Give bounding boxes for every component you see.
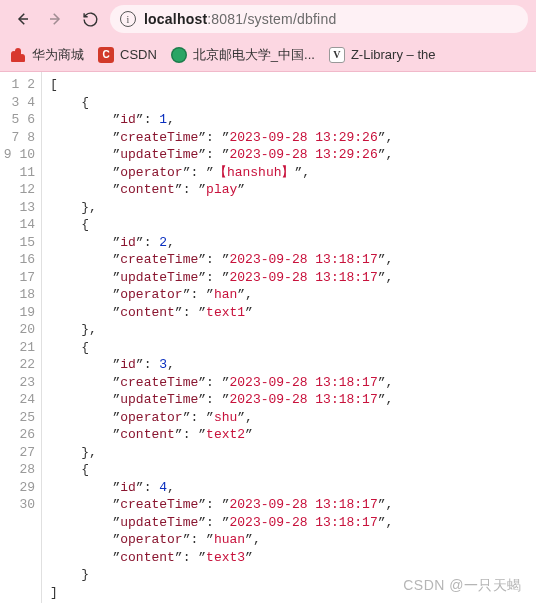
bookmark-zlibrary[interactable]: V Z-Library – the (329, 47, 436, 63)
bookmark-label: 华为商城 (32, 46, 84, 64)
csdn-icon: C (98, 47, 114, 63)
bookmark-bupt[interactable]: 北京邮电大学_中国... (171, 46, 315, 64)
bookmark-label: 北京邮电大学_中国... (193, 46, 315, 64)
page-content: 1 2 3 4 5 6 7 8 9 10 11 12 13 14 15 16 1… (0, 72, 536, 603)
url-port: :8081 (207, 11, 243, 27)
browser-toolbar: i localhost:8081/system/dbfind (0, 0, 536, 38)
site-info-icon[interactable]: i (120, 11, 136, 27)
bookmark-csdn[interactable]: C CSDN (98, 47, 157, 63)
bupt-icon (171, 47, 187, 63)
url-text: localhost:8081/system/dbfind (144, 11, 336, 27)
bookmark-label: CSDN (120, 47, 157, 62)
url-path: /system/dbfind (243, 11, 336, 27)
forward-button[interactable] (42, 5, 70, 33)
zlibrary-icon: V (329, 47, 345, 63)
bookmark-huawei[interactable]: 华为商城 (10, 46, 84, 64)
json-viewer[interactable]: [ { ”id”: 1, ”createTime”: ”2023-09-28 1… (42, 72, 536, 603)
back-button[interactable] (8, 5, 36, 33)
reload-button[interactable] (76, 5, 104, 33)
arrow-left-icon (13, 10, 31, 28)
bookmarks-bar: 华为商城 C CSDN 北京邮电大学_中国... V Z-Library – t… (0, 38, 536, 72)
bookmark-label: Z-Library – the (351, 47, 436, 62)
arrow-right-icon (47, 10, 65, 28)
url-host: localhost (144, 11, 207, 27)
line-number-gutter: 1 2 3 4 5 6 7 8 9 10 11 12 13 14 15 16 1… (0, 72, 42, 603)
address-bar[interactable]: i localhost:8081/system/dbfind (110, 5, 528, 33)
reload-icon (82, 11, 99, 28)
huawei-icon (10, 47, 26, 63)
